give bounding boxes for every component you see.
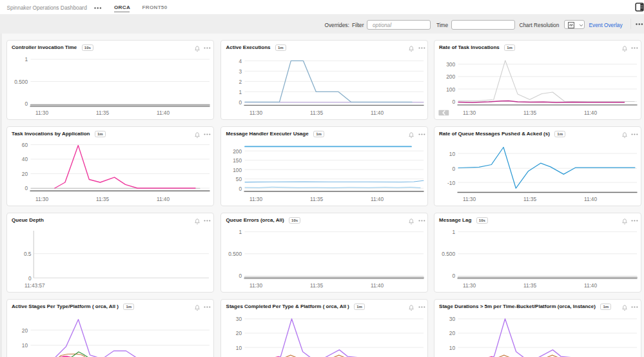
svg-text:20: 20 [21,170,28,177]
svg-text:0: 0 [452,273,455,279]
svg-text:0.500: 0.500 [442,251,455,257]
svg-text:-10: -10 [447,179,455,186]
svg-text:11:30: 11:30 [462,282,476,288]
svg-text:11:35: 11:35 [310,195,324,202]
svg-text:11:35: 11:35 [523,109,536,115]
svg-text:100: 100 [446,86,455,92]
svg-text:0: 0 [452,98,455,104]
svg-text:30: 30 [236,316,242,322]
svg-text:11:40: 11:40 [371,282,384,288]
svg-text:1: 1 [452,229,455,235]
svg-text:11:35: 11:35 [310,282,324,288]
svg-text:11:30: 11:30 [462,109,476,115]
svg-text:1: 1 [24,56,28,63]
svg-text:200: 200 [233,148,242,154]
svg-text:10: 10 [21,342,28,349]
svg-text:11:40: 11:40 [156,109,170,115]
svg-text:1: 1 [239,229,242,235]
svg-text:100: 100 [233,166,242,173]
svg-text:150: 150 [233,157,242,164]
svg-text:20: 20 [449,330,455,336]
svg-text:11:35: 11:35 [95,195,109,202]
svg-text:0: 0 [24,185,28,191]
svg-text:0: 0 [239,99,242,105]
svg-text:11:40: 11:40 [156,195,170,202]
svg-text:20: 20 [236,330,242,336]
svg-text:0: 0 [239,273,242,279]
svg-text:11:40: 11:40 [583,282,597,288]
svg-text:2: 2 [239,78,242,84]
svg-text:11:35: 11:35 [523,282,536,288]
svg-text:200: 200 [446,73,455,80]
svg-text:1: 1 [239,88,242,95]
svg-text:40: 40 [21,156,28,162]
svg-text:11:40: 11:40 [583,109,597,115]
svg-text:11:30: 11:30 [249,109,263,115]
svg-text:3: 3 [239,68,242,74]
svg-text:0: 0 [28,275,31,281]
svg-text:11:30: 11:30 [462,195,476,202]
svg-text:11:40: 11:40 [371,109,384,115]
svg-text:0: 0 [239,185,242,191]
svg-text:11:43:57: 11:43:57 [24,282,45,288]
svg-text:4: 4 [239,57,242,64]
svg-text:11:40: 11:40 [371,195,384,202]
svg-text:10: 10 [449,150,455,157]
svg-text:11:35: 11:35 [523,195,536,202]
svg-text:50: 50 [236,176,242,182]
svg-text:20: 20 [21,327,28,333]
svg-text:11:30: 11:30 [249,195,263,202]
svg-text:11:35: 11:35 [310,109,324,115]
svg-text:10: 10 [236,344,242,351]
svg-text:11:30: 11:30 [249,282,263,288]
svg-text:0.500: 0.500 [228,251,242,257]
svg-text:0.5: 0.5 [23,251,31,257]
svg-text:0.500: 0.500 [14,78,28,84]
svg-text:11:30: 11:30 [35,109,48,115]
svg-text:30: 30 [449,316,455,322]
svg-text:10: 10 [449,344,455,351]
svg-text:60: 60 [21,141,28,148]
svg-text:0: 0 [452,165,455,171]
svg-text:300: 300 [446,61,455,67]
svg-text:0: 0 [24,101,28,107]
svg-text:11:40: 11:40 [583,195,597,202]
svg-text:11:35: 11:35 [95,109,109,115]
svg-text:11:30: 11:30 [35,195,48,202]
